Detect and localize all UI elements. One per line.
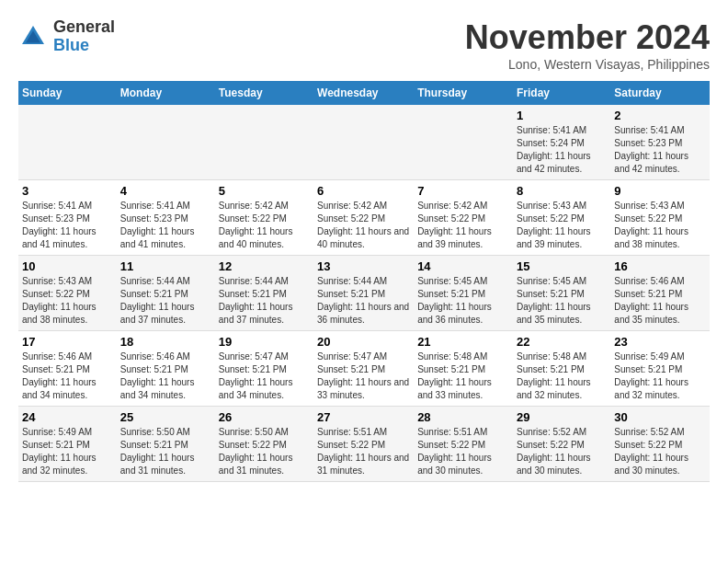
logo: General Blue bbox=[18, 18, 115, 55]
day-info: Sunrise: 5:47 AM Sunset: 5:21 PM Dayligh… bbox=[219, 350, 310, 402]
day-info: Sunrise: 5:49 AM Sunset: 5:21 PM Dayligh… bbox=[22, 426, 113, 477]
week-row-4: 17Sunrise: 5:46 AM Sunset: 5:21 PM Dayli… bbox=[18, 331, 710, 407]
day-number: 4 bbox=[120, 184, 211, 198]
day-number: 9 bbox=[614, 184, 706, 198]
week-row-1: 1Sunrise: 5:41 AM Sunset: 5:24 PM Daylig… bbox=[18, 105, 710, 180]
day-cell bbox=[18, 105, 117, 180]
day-info: Sunrise: 5:42 AM Sunset: 5:22 PM Dayligh… bbox=[417, 200, 509, 251]
day-info: Sunrise: 5:50 AM Sunset: 5:21 PM Dayligh… bbox=[120, 426, 211, 477]
day-info: Sunrise: 5:44 AM Sunset: 5:21 PM Dayligh… bbox=[219, 275, 310, 327]
header-day-saturday: Saturday bbox=[610, 81, 710, 105]
day-info: Sunrise: 5:41 AM Sunset: 5:23 PM Dayligh… bbox=[120, 200, 211, 251]
day-info: Sunrise: 5:41 AM Sunset: 5:24 PM Dayligh… bbox=[517, 124, 607, 176]
day-info: Sunrise: 5:48 AM Sunset: 5:21 PM Dayligh… bbox=[417, 350, 509, 402]
day-number: 14 bbox=[417, 259, 509, 273]
day-cell: 23Sunrise: 5:49 AM Sunset: 5:21 PM Dayli… bbox=[610, 331, 710, 407]
header-row: SundayMondayTuesdayWednesdayThursdayFrid… bbox=[18, 81, 710, 105]
header-day-wednesday: Wednesday bbox=[313, 81, 414, 105]
day-cell: 11Sunrise: 5:44 AM Sunset: 5:21 PM Dayli… bbox=[117, 256, 215, 331]
day-cell: 24Sunrise: 5:49 AM Sunset: 5:21 PM Dayli… bbox=[18, 407, 117, 482]
calendar-table: SundayMondayTuesdayWednesdayThursdayFrid… bbox=[18, 81, 710, 482]
day-number: 8 bbox=[517, 184, 607, 198]
day-cell: 19Sunrise: 5:47 AM Sunset: 5:21 PM Dayli… bbox=[215, 331, 313, 407]
day-number: 15 bbox=[517, 259, 607, 273]
day-cell: 15Sunrise: 5:45 AM Sunset: 5:21 PM Dayli… bbox=[513, 256, 610, 331]
page-header: General Blue November 2024 Lono, Western… bbox=[18, 18, 710, 72]
day-info: Sunrise: 5:52 AM Sunset: 5:22 PM Dayligh… bbox=[517, 426, 607, 477]
week-row-2: 3Sunrise: 5:41 AM Sunset: 5:23 PM Daylig… bbox=[18, 180, 710, 256]
day-number: 27 bbox=[317, 410, 410, 424]
day-number: 25 bbox=[120, 410, 211, 424]
day-cell: 26Sunrise: 5:50 AM Sunset: 5:22 PM Dayli… bbox=[215, 407, 313, 482]
day-number: 22 bbox=[517, 335, 607, 349]
day-number: 5 bbox=[219, 184, 310, 198]
day-cell: 1Sunrise: 5:41 AM Sunset: 5:24 PM Daylig… bbox=[513, 105, 610, 180]
logo-icon bbox=[18, 22, 48, 52]
day-number: 10 bbox=[22, 259, 113, 273]
day-cell: 16Sunrise: 5:46 AM Sunset: 5:21 PM Dayli… bbox=[610, 256, 710, 331]
day-number: 21 bbox=[417, 335, 509, 349]
title-area: November 2024 Lono, Western Visayas, Phi… bbox=[465, 18, 710, 72]
week-row-3: 10Sunrise: 5:43 AM Sunset: 5:22 PM Dayli… bbox=[18, 256, 710, 331]
day-cell: 29Sunrise: 5:52 AM Sunset: 5:22 PM Dayli… bbox=[513, 407, 610, 482]
day-info: Sunrise: 5:43 AM Sunset: 5:22 PM Dayligh… bbox=[517, 200, 607, 251]
day-number: 23 bbox=[614, 335, 706, 349]
calendar-header: SundayMondayTuesdayWednesdayThursdayFrid… bbox=[18, 81, 710, 105]
day-number: 17 bbox=[22, 335, 113, 349]
day-cell: 9Sunrise: 5:43 AM Sunset: 5:22 PM Daylig… bbox=[610, 180, 710, 256]
day-number: 3 bbox=[22, 184, 113, 198]
day-info: Sunrise: 5:41 AM Sunset: 5:23 PM Dayligh… bbox=[22, 200, 113, 251]
day-info: Sunrise: 5:52 AM Sunset: 5:22 PM Dayligh… bbox=[614, 426, 706, 477]
day-cell: 20Sunrise: 5:47 AM Sunset: 5:21 PM Dayli… bbox=[313, 331, 414, 407]
day-cell: 18Sunrise: 5:46 AM Sunset: 5:21 PM Dayli… bbox=[117, 331, 215, 407]
day-info: Sunrise: 5:51 AM Sunset: 5:22 PM Dayligh… bbox=[417, 426, 509, 477]
day-number: 28 bbox=[417, 410, 509, 424]
day-number: 20 bbox=[317, 335, 410, 349]
day-number: 19 bbox=[219, 335, 310, 349]
day-cell: 25Sunrise: 5:50 AM Sunset: 5:21 PM Dayli… bbox=[117, 407, 215, 482]
day-number: 26 bbox=[219, 410, 310, 424]
day-cell: 13Sunrise: 5:44 AM Sunset: 5:21 PM Dayli… bbox=[313, 256, 414, 331]
day-number: 16 bbox=[614, 259, 706, 273]
week-row-5: 24Sunrise: 5:49 AM Sunset: 5:21 PM Dayli… bbox=[18, 407, 710, 482]
day-info: Sunrise: 5:44 AM Sunset: 5:21 PM Dayligh… bbox=[317, 275, 410, 327]
day-info: Sunrise: 5:42 AM Sunset: 5:22 PM Dayligh… bbox=[317, 200, 410, 251]
day-cell: 14Sunrise: 5:45 AM Sunset: 5:21 PM Dayli… bbox=[414, 256, 513, 331]
day-cell: 2Sunrise: 5:41 AM Sunset: 5:23 PM Daylig… bbox=[610, 105, 710, 180]
day-info: Sunrise: 5:45 AM Sunset: 5:21 PM Dayligh… bbox=[417, 275, 509, 327]
month-title: November 2024 bbox=[465, 18, 710, 57]
day-cell bbox=[313, 105, 414, 180]
day-info: Sunrise: 5:46 AM Sunset: 5:21 PM Dayligh… bbox=[120, 350, 211, 402]
day-info: Sunrise: 5:48 AM Sunset: 5:21 PM Dayligh… bbox=[517, 350, 607, 402]
day-cell: 7Sunrise: 5:42 AM Sunset: 5:22 PM Daylig… bbox=[414, 180, 513, 256]
day-number: 6 bbox=[317, 184, 410, 198]
day-number: 18 bbox=[120, 335, 211, 349]
day-info: Sunrise: 5:45 AM Sunset: 5:21 PM Dayligh… bbox=[517, 275, 607, 327]
location: Lono, Western Visayas, Philippines bbox=[465, 57, 710, 72]
day-number: 13 bbox=[317, 259, 410, 273]
day-number: 1 bbox=[517, 109, 607, 122]
header-day-friday: Friday bbox=[513, 81, 610, 105]
day-cell bbox=[215, 105, 313, 180]
day-cell: 6Sunrise: 5:42 AM Sunset: 5:22 PM Daylig… bbox=[313, 180, 414, 256]
day-cell: 5Sunrise: 5:42 AM Sunset: 5:22 PM Daylig… bbox=[215, 180, 313, 256]
day-info: Sunrise: 5:44 AM Sunset: 5:21 PM Dayligh… bbox=[120, 275, 211, 327]
day-cell: 27Sunrise: 5:51 AM Sunset: 5:22 PM Dayli… bbox=[313, 407, 414, 482]
logo-text: General Blue bbox=[53, 18, 115, 55]
day-info: Sunrise: 5:43 AM Sunset: 5:22 PM Dayligh… bbox=[22, 275, 113, 327]
day-number: 24 bbox=[22, 410, 113, 424]
day-info: Sunrise: 5:50 AM Sunset: 5:22 PM Dayligh… bbox=[219, 426, 310, 477]
day-info: Sunrise: 5:49 AM Sunset: 5:21 PM Dayligh… bbox=[614, 350, 706, 402]
day-cell bbox=[414, 105, 513, 180]
day-info: Sunrise: 5:42 AM Sunset: 5:22 PM Dayligh… bbox=[219, 200, 310, 251]
day-number: 30 bbox=[614, 410, 706, 424]
day-cell: 3Sunrise: 5:41 AM Sunset: 5:23 PM Daylig… bbox=[18, 180, 117, 256]
day-cell: 4Sunrise: 5:41 AM Sunset: 5:23 PM Daylig… bbox=[117, 180, 215, 256]
day-info: Sunrise: 5:43 AM Sunset: 5:22 PM Dayligh… bbox=[614, 200, 706, 251]
day-cell: 12Sunrise: 5:44 AM Sunset: 5:21 PM Dayli… bbox=[215, 256, 313, 331]
header-day-thursday: Thursday bbox=[414, 81, 513, 105]
day-info: Sunrise: 5:41 AM Sunset: 5:23 PM Dayligh… bbox=[614, 124, 706, 176]
day-number: 12 bbox=[219, 259, 310, 273]
day-cell: 30Sunrise: 5:52 AM Sunset: 5:22 PM Dayli… bbox=[610, 407, 710, 482]
day-info: Sunrise: 5:46 AM Sunset: 5:21 PM Dayligh… bbox=[22, 350, 113, 402]
